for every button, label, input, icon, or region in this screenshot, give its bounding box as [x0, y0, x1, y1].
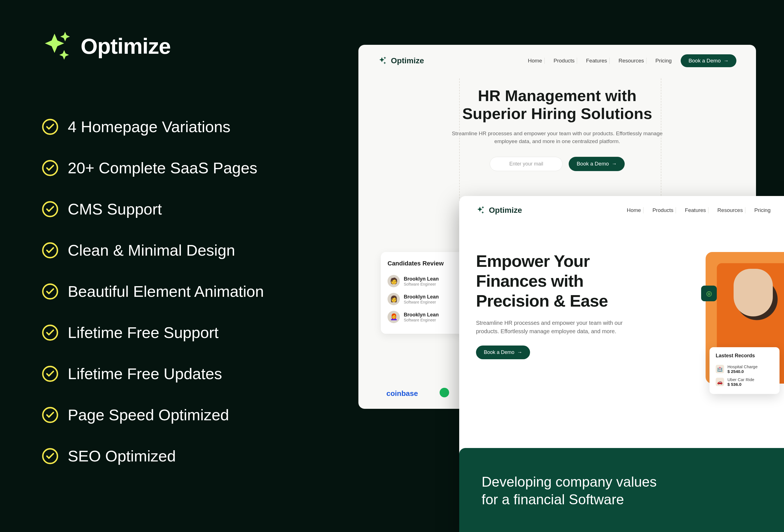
avatar: 👩‍🦰	[388, 311, 400, 323]
check-circle-icon	[42, 366, 58, 382]
check-circle-icon	[42, 325, 58, 341]
candidates-title: Candidates Review	[388, 260, 458, 267]
feature-item: Beautiful Element Animation	[42, 282, 264, 301]
nav-link[interactable]: Resources	[715, 207, 745, 213]
brand-name: Optimize	[81, 34, 170, 59]
partner-logo-coinbase: coinbase	[386, 389, 418, 398]
candidate-name: Brooklyn Lean	[404, 276, 439, 282]
hero-section: HR Management with Superior Hiring Solut…	[358, 73, 756, 182]
cta-label: Book a Demo	[689, 58, 721, 64]
avatar: 🧑	[388, 275, 400, 287]
candidate-row: 🧑 Brooklyn Lean Software Engineer	[388, 272, 458, 290]
hero-subtext: Streamline HR processes and empower your…	[476, 319, 633, 335]
nav-link[interactable]: Resources	[616, 58, 646, 64]
feature-label: 20+ Complete SaaS Pages	[68, 159, 257, 177]
avatar: 👩	[388, 293, 400, 305]
nav-brand: Optimize	[489, 206, 522, 215]
candidate-role: Software Engineer	[404, 318, 439, 322]
record-label: Uber Car Ride	[727, 377, 754, 382]
nav-link[interactable]: Pricing	[653, 58, 674, 64]
feature-label: Lifetime Free Updates	[68, 365, 222, 383]
sparkle-icon	[476, 205, 485, 215]
values-section: Developing company values for a financia…	[459, 448, 784, 532]
check-circle-icon	[42, 407, 58, 423]
nav-bar: Optimize Home Products Features Resource…	[459, 196, 784, 221]
feature-item: CMS Support	[42, 200, 264, 218]
hero-headline: Empower Your Finances with Precision & E…	[476, 251, 644, 311]
feature-item: 4 Homepage Variations	[42, 118, 264, 136]
partner-logo-spotify-icon	[440, 388, 449, 397]
check-circle-icon	[42, 160, 58, 176]
hospital-icon: 🏥	[716, 365, 724, 373]
nav-link[interactable]: Products	[650, 207, 676, 213]
check-circle-icon	[42, 283, 58, 300]
email-input[interactable]: Enter your mail	[490, 157, 562, 171]
check-circle-icon	[42, 242, 58, 258]
candidate-row: 👩‍🦰 Brooklyn Lean Software Engineer	[388, 308, 458, 326]
cta-label: Book a Demo	[577, 161, 609, 167]
candidate-name: Brooklyn Lean	[404, 312, 439, 318]
check-circle-icon	[42, 201, 58, 217]
book-demo-button[interactable]: Book a Demo →	[569, 157, 624, 171]
car-icon: 🚗	[716, 378, 724, 386]
book-demo-button[interactable]: Book a Demo →	[476, 345, 530, 359]
feature-item: Lifetime Free Updates	[42, 365, 264, 383]
nav-bar: Optimize Home Products Features Resource…	[358, 45, 756, 73]
nav-link[interactable]: Features	[584, 58, 610, 64]
feature-label: Beautiful Element Animation	[68, 282, 264, 301]
hero-subtext: Streamline HR processes and empower your…	[451, 130, 664, 146]
feature-item: Lifetime Free Support	[42, 324, 264, 342]
feature-item: SEO Optimized	[42, 447, 264, 465]
nav-brand: Optimize	[391, 56, 424, 65]
record-amount: $ 2540.0	[727, 369, 758, 374]
candidate-role: Software Engineer	[404, 282, 439, 286]
nav-link[interactable]: Features	[683, 207, 708, 213]
hero-headline: HR Management with Superior Hiring Solut…	[389, 87, 725, 123]
records-title: Lastest Records	[716, 353, 773, 359]
check-circle-icon	[42, 448, 58, 464]
record-row: 🏥 Hospital Charge $ 2540.0	[716, 363, 773, 375]
feature-label: Page Speed Optimized	[68, 406, 229, 424]
values-headline: Developing company values for a financia…	[482, 473, 683, 508]
features-list: 4 Homepage Variations 20+ Complete SaaS …	[42, 118, 264, 465]
arrow-right-icon: →	[612, 161, 617, 167]
feature-item: Clean & Minimal Design	[42, 241, 264, 259]
feature-label: SEO Optimized	[68, 447, 176, 465]
candidate-name: Brooklyn Lean	[404, 294, 439, 300]
record-label: Hospital Charge	[727, 364, 758, 369]
nav-link[interactable]: Pricing	[752, 207, 773, 213]
arrow-right-icon: →	[724, 58, 729, 64]
cta-label: Book a Demo	[484, 349, 514, 355]
candidate-role: Software Engineer	[404, 300, 439, 304]
screenshot-card-finance: Optimize Home Products Features Resource…	[459, 196, 784, 532]
nav-link[interactable]: Products	[551, 58, 577, 64]
check-circle-icon	[42, 119, 58, 135]
candidates-review-card: Candidates Review 🧑 Brooklyn Lean Softwa…	[381, 252, 465, 334]
latest-records-card: Lastest Records 🏥 Hospital Charge $ 2540…	[709, 347, 780, 394]
feature-label: CMS Support	[68, 200, 162, 218]
nav-link[interactable]: Home	[526, 58, 544, 64]
book-demo-button[interactable]: Book a Demo →	[681, 54, 736, 67]
record-row: 🚗 Uber Car Ride $ 536.0	[716, 375, 773, 388]
feature-label: Clean & Minimal Design	[68, 241, 235, 259]
feature-item: 20+ Complete SaaS Pages	[42, 159, 264, 177]
feature-label: 4 Homepage Variations	[68, 118, 230, 136]
record-amount: $ 536.0	[727, 382, 754, 387]
sparkle-icon	[42, 31, 73, 62]
feature-label: Lifetime Free Support	[68, 324, 218, 342]
arrow-right-icon: →	[517, 349, 522, 355]
sparkle-icon	[378, 56, 388, 65]
brand-logo: Optimize	[42, 31, 264, 62]
nav-link[interactable]: Home	[624, 207, 643, 213]
candidate-row: 👩 Brooklyn Lean Software Engineer	[388, 290, 458, 308]
feature-item: Page Speed Optimized	[42, 406, 264, 424]
